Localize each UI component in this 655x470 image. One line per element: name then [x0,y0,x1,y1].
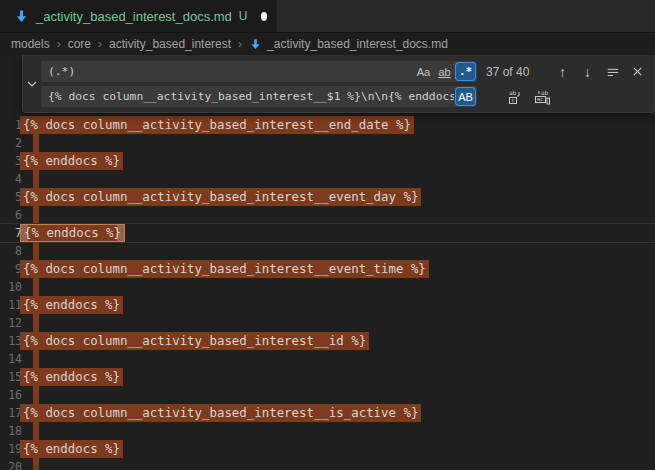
empty-line-match-highlight [33,422,39,440]
whole-word-toggle[interactable]: ab [435,63,454,80]
empty-line-match-highlight [33,458,39,470]
previous-match-button[interactable]: ↑ [552,61,573,82]
code-text-current-match[interactable]: {% enddocs %} [20,224,125,242]
editor-line: 3{% enddocs %} [0,152,655,170]
empty-line-match-highlight [33,278,39,296]
unsaved-changes-dot-icon[interactable] [261,12,267,21]
breadcrumb-separator: › [98,37,102,51]
editor-line: 19{% enddocs %} [0,440,655,458]
editor[interactable]: (.*) Aa ab .* 37 of 40 ↑ ↓ [0,55,655,470]
empty-line-match-highlight [33,134,39,152]
code-text-match[interactable]: {% docs column__activity_based_interest_… [20,332,369,350]
line-number: 16 [0,386,22,404]
breadcrumb-item-file[interactable]: _activity_based_interest_docs.md [267,37,448,51]
editor-line: 10 [0,278,655,296]
line-number: 6 [0,206,22,224]
empty-line-match-highlight [33,170,39,188]
editor-line: 8 [0,242,655,260]
line-number: 7 [0,224,22,242]
editor-line: 14 [0,350,655,368]
replace-all-button[interactable]: ab ac [532,86,553,107]
line-number: 17 [0,404,22,422]
code-text-match[interactable]: {% docs column__activity_based_interest_… [20,116,414,134]
match-case-toggle[interactable]: Aa [414,63,433,80]
markdown-file-icon [249,38,262,51]
code-text[interactable] [34,386,39,404]
editor-line: 15{% enddocs %} [0,368,655,386]
empty-line-match-highlight [33,314,39,332]
code-text-match[interactable]: {% enddocs %} [20,152,123,170]
git-status-badge: U [239,9,248,23]
line-number: 14 [0,350,22,368]
code-text[interactable] [34,422,39,440]
code-text[interactable] [34,170,39,188]
line-number: 12 [0,314,22,332]
find-input[interactable]: (.*) Aa ab .* [41,61,477,82]
line-number: 5 [0,188,22,206]
editor-line: 1{% docs column__activity_based_interest… [0,116,655,134]
markdown-file-icon [14,9,29,24]
svg-text:ab: ab [541,89,549,96]
svg-text:ab: ab [509,89,517,96]
code-text-match[interactable]: {% docs column__activity_based_interest_… [20,188,421,206]
editor-line: 17{% docs column__activity_based_interes… [0,404,655,422]
line-number: 19 [0,440,22,458]
line-number: 1 [0,116,22,134]
editor-line: 12 [0,314,655,332]
editor-line-current: 7{% enddocs %} [0,224,655,242]
regex-toggle[interactable]: .* [456,63,475,80]
empty-line-match-highlight [33,242,39,260]
line-number: 2 [0,134,22,152]
editor-line: 18 [0,422,655,440]
code-text-match[interactable]: {% docs column__activity_based_interest_… [20,260,429,278]
code-text[interactable] [34,458,39,470]
code-text-match[interactable]: {% enddocs %} [20,296,123,314]
match-count: 37 of 40 [486,65,546,79]
line-number: 9 [0,260,22,278]
code-text[interactable] [34,242,39,260]
code-text[interactable] [34,134,39,152]
line-number: 20 [0,458,22,470]
line-number: 11 [0,296,22,314]
editor-line: 4 [0,170,655,188]
code-text[interactable] [34,350,39,368]
empty-line-match-highlight [33,386,39,404]
line-number: 4 [0,170,22,188]
code-text[interactable] [34,206,39,224]
svg-text:ac: ac [537,96,544,102]
editor-lines: 1{% docs column__activity_based_interest… [0,55,655,470]
preserve-case-toggle[interactable]: AB [456,88,475,105]
line-number: 10 [0,278,22,296]
code-text-match[interactable]: {% enddocs %} [20,368,123,386]
empty-line-match-highlight [33,206,39,224]
editor-line: 13{% docs column__activity_based_interes… [0,332,655,350]
breadcrumb-item-models[interactable]: models [11,37,50,51]
breadcrumb-separator: › [238,37,242,51]
tab-bar: _activity_based_interest_docs.md U [0,0,655,33]
line-number: 15 [0,368,22,386]
replace-button[interactable]: ab c [504,86,525,107]
vscode-window: _activity_based_interest_docs.md U model… [0,0,655,470]
close-find-widget-button[interactable] [627,61,648,82]
find-replace-widget: (.*) Aa ab .* 37 of 40 ↑ ↓ [22,55,655,113]
breadcrumb-separator: › [57,37,61,51]
find-in-selection-button[interactable] [602,61,623,82]
code-text[interactable] [34,314,39,332]
code-text[interactable] [34,278,39,296]
editor-line: 20 [0,458,655,470]
editor-line: 11{% enddocs %} [0,296,655,314]
tab-active-file[interactable]: _activity_based_interest_docs.md U [0,0,278,32]
editor-line: 6 [0,206,655,224]
breadcrumb-item-core[interactable]: core [68,37,91,51]
breadcrumb-item-folder[interactable]: activity_based_interest [109,37,231,51]
line-number: 3 [0,152,22,170]
replace-value-text: {% docs column__activity_based_interest_… [48,90,454,103]
next-match-button[interactable]: ↓ [577,61,598,82]
breadcrumb: models › core › activity_based_interest … [0,33,655,55]
line-number: 13 [0,332,22,350]
code-text-match[interactable]: {% enddocs %} [20,440,123,458]
toggle-replace-chevron-icon[interactable] [23,61,41,106]
line-number: 8 [0,242,22,260]
replace-input[interactable]: {% docs column__activity_based_interest_… [41,86,477,107]
code-text-match[interactable]: {% docs column__activity_based_interest_… [20,404,421,422]
